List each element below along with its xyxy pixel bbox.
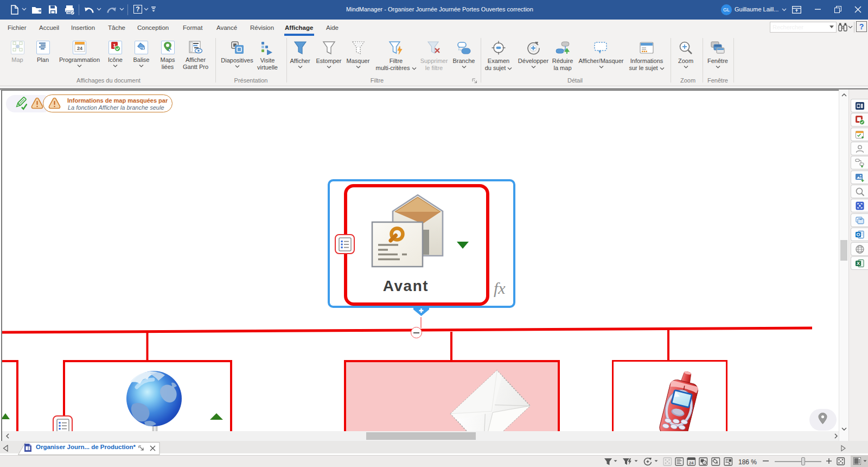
svg-text:X: X xyxy=(857,261,860,266)
svg-text:24: 24 xyxy=(689,460,694,465)
svg-text:O: O xyxy=(856,232,860,237)
svg-text:24: 24 xyxy=(76,46,82,51)
